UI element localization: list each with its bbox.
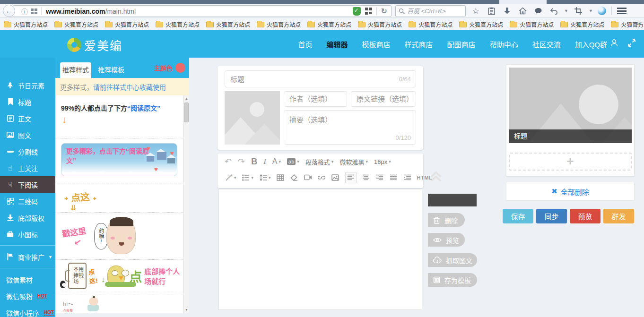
cover-image-placeholder[interactable]: [225, 91, 280, 145]
align-left-button[interactable]: [345, 172, 357, 183]
security-shield-icon[interactable]: [353, 7, 361, 16]
style-item-support-bottom[interactable]: 不用捧钱场 点这! ↓ 点 底部捧个人场就行: [55, 260, 183, 294]
sidebar-item-follow-top[interactable]: ☝上关注: [0, 160, 55, 176]
nav-help-center[interactable]: 帮助中心: [490, 39, 518, 49]
crop-icon[interactable]: [573, 6, 583, 16]
style-list-scrollbar[interactable]: ▲ ▼: [183, 95, 189, 313]
bookmark-item[interactable]: 火狐官方站点: [257, 20, 301, 28]
grab-article-button[interactable]: 抓取图文: [428, 253, 477, 267]
sidebar-item-wechat-miniprogram[interactable]: 微信小程序HOT: [0, 304, 55, 317]
sidebar-item-footer-copyright[interactable]: 底部版权: [0, 209, 55, 226]
list-button[interactable]: ▾: [242, 173, 254, 181]
scroll-up-arrow[interactable]: ▲: [183, 95, 189, 102]
author-field[interactable]: [284, 91, 347, 107]
redo-button[interactable]: ↷: [238, 156, 245, 167]
article-cover-placeholder[interactable]: 标题: [509, 68, 632, 143]
bookmark-item[interactable]: 火狐官方站点: [54, 20, 98, 28]
insert-image-button[interactable]: [331, 173, 339, 181]
info-icon[interactable]: ⓘ: [21, 7, 28, 16]
app-logo[interactable]: 爱美编: [67, 36, 122, 53]
delete-all-button[interactable]: ✖ 全部删除: [506, 182, 635, 201]
title-input[interactable]: [225, 71, 416, 87]
extension-ball-icon[interactable]: [598, 7, 606, 15]
save-button[interactable]: 保存: [503, 209, 533, 223]
bookmark-item[interactable]: 火狐官方站点: [4, 20, 48, 28]
scrollbar-thumb[interactable]: [184, 103, 189, 122]
add-article-button[interactable]: +: [509, 153, 632, 171]
editor-content-area[interactable]: [218, 189, 422, 310]
theme-color-swatch[interactable]: [175, 63, 185, 73]
qr-extension-icon[interactable]: [365, 8, 372, 15]
scroll-to-top-icon[interactable]: [428, 169, 444, 184]
align-right-button[interactable]: [376, 173, 384, 181]
undo-button[interactable]: ↶: [225, 156, 232, 167]
align-justify-button[interactable]: [390, 173, 398, 181]
style-item-poke-here[interactable]: 戳这里 ↙ 约嘛!: [55, 213, 183, 260]
url-bar[interactable]: ⓘ www.imeibian.com/main.html ↻: [12, 5, 392, 17]
undo-icon[interactable]: [548, 6, 559, 16]
sidebar-item-wechat-material[interactable]: 微信素材: [0, 271, 55, 288]
sidebar-item-image-text[interactable]: 图文: [0, 127, 55, 143]
bookmark-item[interactable]: 火狐官方站点: [206, 20, 250, 28]
sidebar-item-small-icons[interactable]: 小图标: [0, 226, 55, 242]
source-link-field[interactable]: [351, 91, 416, 107]
nav-image-store[interactable]: 配图商店: [447, 39, 476, 49]
nav-community[interactable]: 社区交流: [532, 39, 561, 49]
eraser-button[interactable]: [290, 173, 298, 181]
bookmark-item[interactable]: 火狐官方站点: [459, 20, 503, 28]
preview-article-button[interactable]: 预览: [428, 233, 465, 247]
bookmark-item[interactable]: 火狐官方站点: [105, 20, 149, 28]
sidebar-item-title[interactable]: 标题: [0, 94, 55, 110]
font-family-dropdown[interactable]: 微软雅黑▾: [339, 157, 368, 166]
video-button[interactable]: [304, 173, 312, 181]
search-input[interactable]: [407, 8, 459, 15]
reload-icon[interactable]: ↻: [381, 7, 387, 16]
sidebar-item-wechat-fans[interactable]: 微信吸粉HOT: [0, 288, 55, 304]
site-identity-icon[interactable]: [31, 9, 37, 14]
author-input[interactable]: [284, 92, 347, 106]
fullscreen-icon[interactable]: [628, 39, 635, 49]
chat-icon[interactable]: [533, 6, 543, 16]
nav-editor[interactable]: 编辑器: [327, 39, 348, 49]
style-item-winter-banner[interactable]: 更多精彩，点击下方“阅读原文” ♥ ♥ ♥: [55, 138, 183, 183]
nav-join-qq[interactable]: 加入QQ群: [575, 39, 607, 49]
table-button[interactable]: [277, 173, 285, 181]
save-as-template-button[interactable]: 存为模板: [428, 273, 477, 287]
style-item-read-original[interactable]: 99%的人都点击了下方“阅读原文” ↓: [55, 95, 183, 138]
format-painter-button[interactable]: ▾: [225, 173, 236, 181]
sidebar-item-divider-line[interactable]: 分割线: [0, 143, 55, 160]
url-text[interactable]: www.imeibian.com/main.html: [46, 8, 136, 15]
bookmark-item[interactable]: 火狐官方站点: [409, 20, 453, 28]
align-center-button[interactable]: [362, 173, 370, 181]
drag-handle-bar[interactable]: [428, 194, 477, 206]
downloads-icon[interactable]: [502, 6, 512, 16]
bookmark-item[interactable]: 火狐官方站点: [510, 20, 554, 28]
preview-button[interactable]: 预览: [570, 209, 600, 223]
bookmark-item[interactable]: 火狐官方站点: [307, 20, 351, 28]
hamburger-menu-icon[interactable]: [617, 8, 627, 14]
nav-template-store[interactable]: 模板商店: [362, 39, 391, 49]
article-card[interactable]: 标题 +: [506, 64, 635, 176]
summary-field[interactable]: 0/120: [284, 110, 416, 145]
font-size-dropdown[interactable]: 16px▾: [374, 158, 391, 165]
star-bookmark-icon[interactable]: ☆: [470, 6, 481, 16]
sync-button[interactable]: 同步: [536, 209, 567, 223]
crop-dropdown-caret[interactable]: ▼: [589, 9, 592, 13]
style-center-link[interactable]: 请前往样式中心收藏使用: [93, 82, 166, 92]
sidebar-item-festival[interactable]: 节日元素: [0, 77, 55, 94]
italic-button[interactable]: I: [263, 157, 266, 166]
bold-button[interactable]: B: [251, 157, 257, 167]
scroll-down-arrow[interactable]: ▼: [183, 307, 189, 313]
link-button[interactable]: [318, 173, 326, 181]
undo-dropdown-caret[interactable]: ▼: [564, 9, 568, 13]
nav-style-store[interactable]: 样式商店: [405, 39, 433, 49]
sidebar-item-business-promo[interactable]: 商业推广▼: [0, 248, 55, 265]
user-icon[interactable]: [610, 39, 618, 49]
bookmark-item[interactable]: 火狐官方站点: [358, 20, 402, 28]
indent-button[interactable]: [403, 173, 411, 181]
delete-article-button[interactable]: 删除: [428, 213, 465, 227]
home-icon[interactable]: [517, 6, 528, 16]
back-button[interactable]: ←: [3, 5, 15, 17]
sidebar-item-read-bottom[interactable]: ☟下阅读: [0, 176, 55, 193]
browser-search-box[interactable]: [395, 5, 466, 17]
